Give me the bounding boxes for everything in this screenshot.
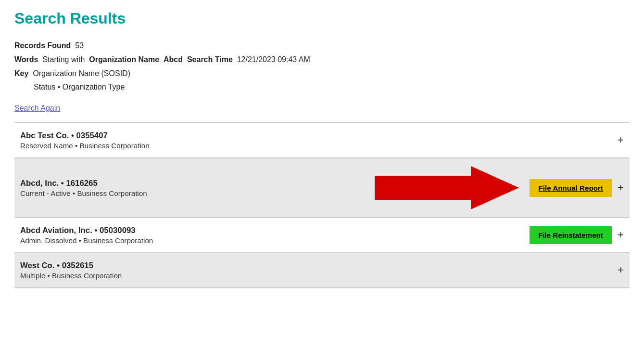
- result-name: Abcd, Inc. • 1616265: [20, 179, 375, 188]
- result-sub: Reserved Name • Business Corporation: [20, 142, 618, 150]
- result-info: Abc Test Co. • 0355407Reserved Name • Bu…: [20, 131, 618, 150]
- words-label: Words: [14, 55, 38, 64]
- result-sub: Current - Active • Business Corporation: [20, 189, 375, 197]
- result-name: Abcd Aviation, Inc. • 05030093: [20, 226, 530, 235]
- search-time-label: Search Time: [187, 55, 233, 64]
- file-reinstatement-button[interactable]: File Reinstatement: [530, 226, 612, 244]
- svg-marker-0: [375, 166, 519, 209]
- page-title: Search Results: [14, 10, 630, 27]
- result-info: West Co. • 0352615Multiple • Business Co…: [20, 261, 618, 280]
- result-item: Abcd, Inc. • 1616265Current - Active • B…: [14, 158, 630, 218]
- key-sub: Status • Organization Type: [34, 83, 125, 91]
- search-time-value: 12/21/2023 09:43 AM: [237, 55, 310, 64]
- key-label: Key: [14, 69, 28, 78]
- key-sub-row: Status • Organization Type: [14, 80, 630, 94]
- result-actions: +: [618, 135, 624, 145]
- records-count: 53: [75, 41, 84, 50]
- records-found-label: Records Found: [14, 41, 71, 50]
- words-row: Words Starting with Organization Name Ab…: [14, 53, 630, 67]
- key-value: Organization Name (SOSID): [33, 69, 130, 78]
- expand-button[interactable]: +: [618, 265, 624, 275]
- org-name-value: Abcd: [164, 55, 183, 64]
- words-value: Starting with: [42, 55, 85, 64]
- results-list: Abc Test Co. • 0355407Reserved Name • Bu…: [14, 122, 630, 288]
- result-actions: +: [618, 265, 624, 275]
- file-annual-report-button[interactable]: File Annual Report: [530, 179, 611, 197]
- red-arrow-icon: [375, 166, 519, 209]
- result-item: West Co. • 0352615Multiple • Business Co…: [14, 253, 630, 288]
- expand-button[interactable]: +: [618, 182, 624, 193]
- result-name: West Co. • 0352615: [20, 261, 618, 271]
- result-actions: File Reinstatement+: [530, 226, 624, 244]
- result-sub: Admin. Dissolved • Business Corporation: [20, 236, 530, 245]
- records-found-row: Records Found 53: [14, 39, 630, 53]
- expand-button[interactable]: +: [618, 230, 624, 240]
- result-name: Abc Test Co. • 0355407: [20, 131, 618, 141]
- key-row: Key Organization Name (SOSID): [14, 67, 630, 81]
- result-info: Abcd, Inc. • 1616265Current - Active • B…: [20, 179, 375, 197]
- result-item: Abcd Aviation, Inc. • 05030093Admin. Dis…: [14, 218, 630, 253]
- org-name-label: Organization Name: [89, 55, 159, 64]
- meta-section: Records Found 53 Words Starting with Org…: [14, 39, 630, 94]
- result-item: Abc Test Co. • 0355407Reserved Name • Bu…: [14, 123, 630, 158]
- search-again-link[interactable]: Search Again: [14, 104, 60, 112]
- result-actions: File Annual Report+: [375, 166, 624, 209]
- result-info: Abcd Aviation, Inc. • 05030093Admin. Dis…: [20, 226, 530, 245]
- expand-button[interactable]: +: [618, 135, 624, 145]
- result-sub: Multiple • Business Corporation: [20, 271, 618, 280]
